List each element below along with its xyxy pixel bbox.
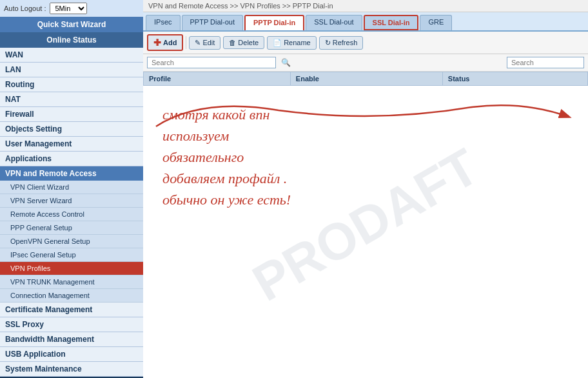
main-content: VPN and Remote Access >> VPN Profiles >>…: [143, 0, 588, 378]
sidebar-item-ppp-general-setup[interactable]: PPP General Setup: [0, 221, 143, 235]
edit-button[interactable]: ✎ Edit: [189, 36, 220, 50]
col-header-profile: Profile: [144, 72, 291, 86]
tab-pptp-dial-in[interactable]: PPTP Dial-in: [244, 15, 304, 30]
add-button[interactable]: ✚ Add: [147, 34, 183, 51]
search-bar: 🔍: [143, 54, 588, 72]
auto-logout-label: Auto Logout :: [4, 5, 46, 12]
tab-gre[interactable]: GRE: [420, 15, 452, 30]
sidebar-item-openvpn-general-setup[interactable]: OpenVPN General Setup: [0, 235, 143, 248]
rename-button[interactable]: 📄 Rename: [267, 36, 317, 50]
tab-pptp-dial-out[interactable]: PPTP Dial-out: [182, 15, 244, 30]
sidebar-section-nat[interactable]: NAT: [0, 92, 143, 107]
rename-label: Rename: [284, 39, 311, 46]
auto-logout-bar: Auto Logout : 5Min 10Min 30Min Never: [0, 0, 143, 17]
delete-icon: 🗑: [229, 39, 236, 46]
auto-logout-select[interactable]: 5Min 10Min 30Min Never: [50, 3, 87, 14]
table-area: Profile Enable Status PRODAFT смотря как…: [143, 72, 588, 378]
delete-button[interactable]: 🗑 Delete: [223, 36, 264, 49]
tab-ssl-dial-in[interactable]: SSL Dial-in: [364, 15, 419, 30]
add-icon: ✚: [153, 37, 161, 48]
tab-bar: IPsec PPTP Dial-out PPTP Dial-in SSL Dia…: [143, 12, 588, 32]
sidebar-section-lan[interactable]: LAN: [0, 63, 143, 77]
sidebar-section-sys-maintenance[interactable]: System Maintenance: [0, 362, 143, 377]
sidebar-section-bandwidth-mgmt[interactable]: Bandwidth Management: [0, 332, 143, 347]
sidebar-group-vpn[interactable]: VPN and Remote Access: [0, 166, 143, 181]
arrow-annotation: [150, 91, 588, 143]
sidebar-item-remote-access-control[interactable]: Remote Access Control: [0, 208, 143, 221]
refresh-icon: ↻: [325, 39, 331, 47]
sidebar-section-wan[interactable]: WAN: [0, 48, 143, 63]
tab-ipsec[interactable]: IPsec: [146, 15, 181, 30]
toolbar-separator-1: [186, 36, 186, 49]
refresh-button[interactable]: ↻ Refresh: [319, 36, 364, 50]
sidebar-section-cert-mgmt[interactable]: Certificate Management: [0, 303, 143, 317]
profiles-table: Profile Enable Status: [143, 72, 588, 86]
add-label: Add: [163, 39, 177, 46]
sidebar-section-objects[interactable]: Objects Setting: [0, 122, 143, 137]
tab-ssl-dial-out[interactable]: SSL Dial-out: [306, 15, 362, 30]
sidebar-section-firewall[interactable]: Firewall: [0, 107, 143, 122]
sidebar-section-ssl-proxy[interactable]: SSL Proxy: [0, 317, 143, 332]
search-input[interactable]: [147, 57, 276, 68]
sidebar-item-vpn-server-wizard[interactable]: VPN Server Wizard: [0, 194, 143, 208]
sidebar-item-connection-mgmt[interactable]: Connection Management: [0, 289, 143, 303]
sidebar-item-vpn-trunk-mgmt[interactable]: VPN TRUNK Management: [0, 275, 143, 289]
edit-icon: ✎: [195, 39, 201, 47]
col-header-enable: Enable: [290, 72, 442, 86]
sidebar: Auto Logout : 5Min 10Min 30Min Never Qui…: [0, 0, 143, 378]
refresh-label: Refresh: [333, 39, 358, 46]
breadcrumb: VPN and Remote Access >> VPN Profiles >>…: [143, 0, 588, 12]
sidebar-item-vpn-profiles[interactable]: VPN Profiles: [0, 262, 143, 275]
sidebar-item-vpn-client-wizard[interactable]: VPN Client Wizard: [0, 181, 143, 194]
sidebar-section-user-mgmt[interactable]: User Management: [0, 137, 143, 152]
quick-start-wizard-button[interactable]: Quick Start Wizard: [0, 17, 143, 32]
toolbar: ✚ Add ✎ Edit 🗑 Delete 📄 Rename ↻ Refresh: [143, 32, 588, 54]
sidebar-section-routing[interactable]: Routing: [0, 77, 143, 92]
watermark: PRODAFT: [143, 72, 588, 378]
sidebar-section-usb-app[interactable]: USB Application: [0, 347, 143, 362]
search-icon: 🔍: [281, 58, 291, 67]
edit-label: Edit: [202, 39, 215, 46]
annotation-text: смотря какой впн используем обязательнго…: [162, 104, 291, 210]
delete-label: Delete: [238, 39, 259, 46]
search-right-input[interactable]: [507, 57, 584, 68]
col-header-status: Status: [442, 72, 587, 86]
online-status-button[interactable]: Online Status: [0, 32, 143, 48]
sidebar-section-applications[interactable]: Applications: [0, 152, 143, 166]
rename-icon: 📄: [273, 39, 282, 47]
sidebar-item-ipsec-general-setup[interactable]: IPsec General Setup: [0, 248, 143, 262]
